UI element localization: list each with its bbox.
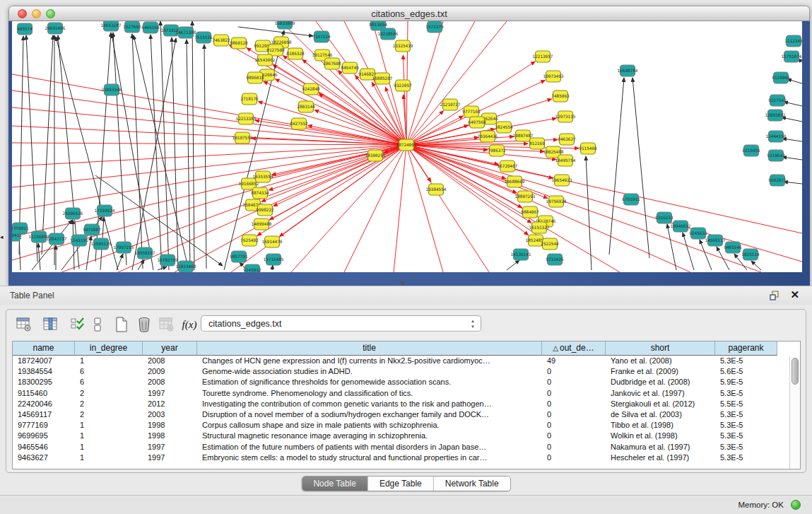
graph-node[interactable]: 17359924: [95, 205, 115, 216]
graph-node[interactable]: 10688609: [505, 176, 525, 187]
graph-node[interactable]: 6466160: [141, 22, 160, 33]
graph-node[interactable]: 9733426: [546, 254, 564, 265]
delete-column-icon[interactable]: [135, 315, 153, 334]
graph-node[interactable]: 9242848: [302, 83, 320, 95]
graph-node[interactable]: 20691406: [45, 23, 66, 34]
graph-node[interactable]: 10653287: [101, 21, 122, 31]
column-header-pagerank[interactable]: pagerank: [715, 341, 777, 356]
graph-node[interactable]: 1145191: [70, 235, 88, 246]
graph-node[interactable]: 9227343: [768, 95, 787, 106]
table-cell[interactable]: 5.3E-5: [715, 442, 777, 452]
graph-node[interactable]: 10946032: [671, 221, 691, 232]
table-cell[interactable]: 2009: [143, 366, 197, 377]
table-cell[interactable]: 1: [75, 356, 143, 366]
column-header-in_degree[interactable]: in_degree: [75, 341, 143, 356]
graph-node[interactable]: 19218586: [378, 28, 399, 40]
table-cell[interactable]: 22420046: [13, 399, 75, 409]
graph-node[interactable]: 9884067: [521, 206, 539, 218]
table-cell[interactable]: de Silva et al. (2003): [606, 409, 715, 420]
table-cell[interactable]: 5.9E-5: [715, 377, 777, 387]
network-window-titlebar[interactable]: citations_edges.txt: [8, 6, 810, 21]
table-cell[interactable]: 18724007: [13, 356, 75, 366]
table-cell[interactable]: 2: [75, 409, 143, 420]
graph-node[interactable]: 16782759: [158, 255, 178, 266]
function-builder-icon[interactable]: f(x): [180, 315, 199, 334]
table-cell[interactable]: 5.5E-5: [715, 399, 777, 409]
graph-node[interactable]: 15716485: [264, 254, 284, 265]
graph-node[interactable]: 2803144: [297, 101, 315, 112]
graph-node[interactable]: 16353553: [253, 171, 273, 182]
column-visibility-icon[interactable]: [42, 315, 60, 334]
table-cell[interactable]: 1: [75, 420, 143, 431]
table-settings-icon[interactable]: [15, 315, 33, 334]
graph-node[interactable]: 812160: [529, 138, 545, 149]
graph-node[interactable]: 15751074: [782, 51, 802, 62]
table-cell[interactable]: 0: [542, 452, 606, 463]
graph-node[interactable]: 10107552: [233, 132, 253, 144]
table-cell[interactable]: 9777169: [13, 420, 75, 431]
graph-node[interactable]: 14136141: [511, 249, 531, 260]
graph-node[interactable]: 9896010: [246, 72, 264, 83]
table-cell[interactable]: 19384554: [13, 366, 75, 377]
table-cell[interactable]: Estimation of the future numbers of pati…: [197, 442, 542, 452]
table-cell[interactable]: 0: [542, 388, 606, 399]
tab-node-table[interactable]: Node Table: [302, 477, 368, 491]
graph-node[interactable]: 8874334: [251, 187, 269, 199]
table-cell[interactable]: 0: [542, 420, 606, 431]
table-cell[interactable]: 9465546: [13, 442, 75, 452]
graph-node[interactable]: 9463627: [558, 134, 576, 145]
table-row[interactable]: 1872400712008Changes of HCN gene express…: [13, 356, 800, 366]
graph-node[interactable]: 19384554: [426, 184, 447, 195]
table-cell[interactable]: 14569117: [13, 409, 75, 420]
table-cell[interactable]: 0: [542, 431, 606, 441]
float-panel-icon[interactable]: [770, 291, 779, 300]
table-cell[interactable]: 18300295: [13, 377, 75, 387]
graph-node[interactable]: 9316233: [655, 212, 673, 223]
table-cell[interactable]: 5.6E-5: [715, 366, 777, 377]
table-cell[interactable]: Estimation of significance thresholds fo…: [197, 377, 542, 387]
graph-node[interactable]: 12093852: [765, 110, 786, 121]
graph-node[interactable]: 16033809: [275, 21, 295, 29]
column-header-short[interactable]: short: [606, 341, 715, 356]
graph-node[interactable]: 7515526: [194, 32, 213, 43]
graph-node[interactable]: 21210727: [440, 99, 461, 110]
graph-node[interactable]: 1025114: [741, 249, 760, 260]
graph-node[interactable]: 10973493: [543, 71, 564, 82]
table-cell[interactable]: Hescheler et al. (1997): [606, 452, 715, 463]
graph-node[interactable]: 12923468: [176, 261, 196, 272]
graph-node[interactable]: 6497568: [468, 117, 486, 128]
table-row[interactable]: 1938455462009Genome-wide association stu…: [13, 366, 800, 377]
table-cell[interactable]: 5.3E-5: [715, 420, 777, 431]
tab-edge-table[interactable]: Edge Table: [368, 477, 434, 491]
graph-node[interactable]: 16543962: [255, 54, 276, 66]
graph-node[interactable]: 1112345: [784, 35, 802, 47]
table-cell[interactable]: Jankovic et al. (1997): [606, 388, 715, 399]
graph-node[interactable]: 9215955: [742, 145, 760, 156]
table-cell[interactable]: 2003: [143, 409, 197, 420]
graph-node[interactable]: 6791911: [622, 194, 640, 205]
graph-node[interactable]: 12213383: [236, 113, 257, 124]
graph-node[interactable]: 18300295: [365, 150, 386, 161]
table-row[interactable]: 2242004622012Investigating the contribut…: [13, 399, 800, 409]
graph-node[interactable]: 9777169: [462, 106, 481, 117]
close-panel-icon[interactable]: ✕: [790, 288, 799, 301]
table-cell[interactable]: 1: [75, 452, 143, 463]
graph-node[interactable]: 9975887: [83, 224, 101, 235]
table-cell[interactable]: Yano et al. (2008): [606, 356, 715, 366]
graph-node[interactable]: 9465546: [724, 242, 742, 253]
panel-collapse-arrow-icon[interactable]: ◂: [0, 233, 4, 240]
graph-node[interactable]: 7463822: [212, 35, 230, 46]
graph-node[interactable]: 7986372: [488, 145, 506, 156]
graph-node[interactable]: 2522544: [541, 238, 559, 250]
table-cell[interactable]: 1997: [143, 388, 197, 399]
graph-node[interactable]: 12973115: [555, 111, 576, 122]
graph-node[interactable]: 9860128: [230, 37, 248, 49]
table-cell[interactable]: 5.3E-5: [715, 431, 777, 441]
table-row[interactable]: 1830029562008Estimation of significance …: [13, 377, 800, 387]
column-header-out_de[interactable]: △out_de…: [542, 341, 606, 356]
table-cell[interactable]: Wolkin et al. (1998): [606, 431, 715, 441]
table-row[interactable]: 969969511998Structural magnetic resonanc…: [13, 431, 800, 441]
graph-node[interactable]: 9129966: [772, 72, 790, 83]
graph-node[interactable]: 20206526: [63, 208, 83, 219]
graph-node[interactable]: 9245012: [243, 264, 261, 272]
